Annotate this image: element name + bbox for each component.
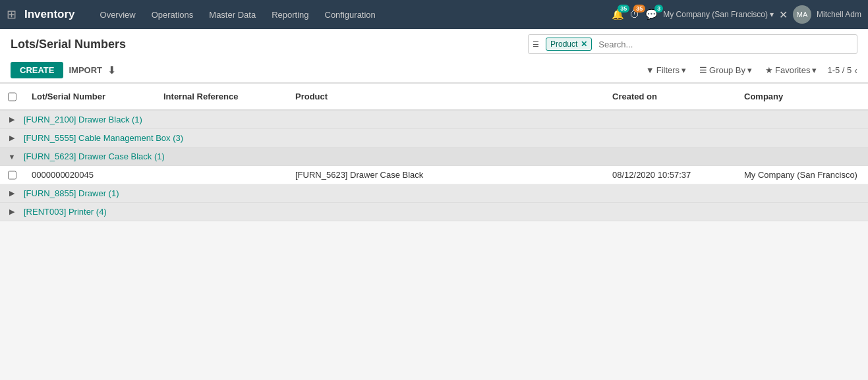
pagination: 1-5 / 5 ‹ <box>827 65 857 76</box>
group-row[interactable]: ▶ [FURN_2100] Drawer Black (1) <box>0 111 868 129</box>
cell-created-on: 08/12/2020 10:57:37 <box>604 166 736 184</box>
group-label-text: [FURN_2100] Drawer Black (1) <box>24 115 142 124</box>
col-lot-serial: Lot/Serial Number <box>24 89 156 104</box>
close-icon[interactable]: ✕ <box>779 9 788 21</box>
favorites-label: Favorites <box>775 65 810 75</box>
create-button[interactable]: CREATE <box>11 62 63 78</box>
search-bar: ☰ Product ✕ <box>528 34 857 54</box>
menu-master-data[interactable]: Master Data <box>202 7 262 22</box>
group-expand-icon: ▶ <box>0 133 24 143</box>
import-button[interactable]: IMPORT <box>69 65 102 75</box>
star-icon: ★ <box>765 65 773 75</box>
table-header: Lot/Serial Number Internal Reference Pro… <box>0 84 868 111</box>
select-all-checkbox[interactable] <box>0 89 24 104</box>
menu-overview[interactable]: Overview <box>94 7 142 22</box>
groupby-icon: ☰ <box>699 65 707 75</box>
groupby-dropdown-icon: ▾ <box>747 65 752 75</box>
group-label: [FURN_5623] Drawer Case Black (1) <box>24 151 868 161</box>
company-name: My Company (San Francisco) <box>663 10 768 19</box>
group-label: [RENT003] Printer (4) <box>24 207 868 217</box>
filters-button[interactable]: ▼ Filters ▾ <box>641 63 691 78</box>
notification-badge: 35 <box>618 5 629 13</box>
group-row[interactable]: ▶ [FURN_8855] Drawer (1) <box>0 184 868 203</box>
menu-operations[interactable]: Operations <box>145 7 200 22</box>
col-company: Company <box>736 89 868 104</box>
page-header: Lots/Serial Numbers ☰ Product ✕ CREATE I… <box>0 29 868 83</box>
company-selector[interactable]: My Company (San Francisco) ▾ <box>663 10 774 19</box>
row-checkbox[interactable] <box>0 166 24 184</box>
filter-tag-remove[interactable]: ✕ <box>581 40 587 49</box>
group-label: [FURN_5555] Cable Management Box (3) <box>24 133 868 143</box>
cell-product: [FURN_5623] Drawer Case Black <box>287 166 604 184</box>
group-label: [FURN_2100] Drawer Black (1) <box>24 115 868 124</box>
group-label-text: [RENT003] Printer (4) <box>24 207 107 217</box>
row-select-input[interactable] <box>8 171 16 180</box>
filter-icon: ▼ <box>646 65 654 75</box>
filter-group: ▼ Filters ▾ ☰ Group By ▾ ★ Favorites ▾ <box>641 63 823 78</box>
timer-badge: 35 <box>633 5 645 13</box>
username: Mitchell Adm <box>817 10 861 19</box>
data-table: Lot/Serial Number Internal Reference Pro… <box>0 83 868 221</box>
cell-internal-ref <box>156 166 287 184</box>
groupby-button[interactable]: ☰ Group By ▾ <box>694 63 757 78</box>
group-label-text: [FURN_5623] Drawer Case Black (1) <box>24 151 165 161</box>
group-expand-icon: ▶ <box>0 207 24 217</box>
filters-label: Filters <box>656 65 680 75</box>
group-label-text: [FURN_8855] Drawer (1) <box>24 188 119 198</box>
cell-company: My Company (San Francisco) <box>736 166 868 184</box>
menu-reporting[interactable]: Reporting <box>265 7 315 22</box>
search-input[interactable] <box>594 40 857 49</box>
cell-lot-serial: 0000000020045 <box>24 166 156 184</box>
search-filter-tag-product: Product ✕ <box>546 38 592 51</box>
group-expand-icon: ▶ <box>0 115 24 124</box>
avatar[interactable]: MA <box>793 5 811 24</box>
main-menu: Overview Operations Master Data Reportin… <box>94 7 607 22</box>
col-product: Product <box>287 89 604 104</box>
menu-configuration[interactable]: Configuration <box>318 7 382 22</box>
notification-bell[interactable]: 🔔 35 <box>612 9 624 20</box>
topnav-right: 🔔 35 ⏱ 35 💬 3 My Company (San Francisco)… <box>612 5 861 24</box>
group-expand-icon: ▶ <box>0 188 24 198</box>
favorites-button[interactable]: ★ Favorites ▾ <box>760 63 822 78</box>
filters-dropdown-icon: ▾ <box>681 65 686 75</box>
message-icon-btn[interactable]: 💬 3 <box>645 9 658 20</box>
grid-icon[interactable]: ⊞ <box>7 7 16 22</box>
pagination-prev[interactable]: ‹ <box>854 65 857 76</box>
group-row-expanded[interactable]: ▼ [FURN_5623] Drawer Case Black (1) <box>0 148 868 166</box>
filter-tag-label: Product <box>550 40 577 49</box>
col-created-on: Created on <box>604 89 736 104</box>
breadcrumb-row: Lots/Serial Numbers ☰ Product ✕ <box>11 34 857 58</box>
page-title: Lots/Serial Numbers <box>11 38 126 51</box>
groupby-label: Group By <box>709 65 745 75</box>
download-button[interactable]: ⬇ <box>107 64 116 76</box>
group-label: [FURN_8855] Drawer (1) <box>24 188 868 198</box>
select-all-input[interactable] <box>8 92 16 101</box>
group-row[interactable]: ▶ [FURN_5555] Cable Management Box (3) <box>0 129 868 148</box>
group-label-text: [FURN_5555] Cable Management Box (3) <box>24 133 183 143</box>
list-view-icon[interactable]: ☰ <box>529 40 543 49</box>
group-row[interactable]: ▶ [RENT003] Printer (4) <box>0 203 868 221</box>
message-badge: 3 <box>654 5 663 13</box>
company-dropdown-icon: ▾ <box>770 10 774 19</box>
app-name: Inventory <box>24 8 75 21</box>
avatar-initials: MA <box>797 11 808 18</box>
group-collapse-icon: ▼ <box>0 151 24 161</box>
favorites-dropdown-icon: ▾ <box>812 65 817 75</box>
col-internal-ref: Internal Reference <box>156 89 287 104</box>
pagination-text: 1-5 / 5 <box>827 65 852 75</box>
clock-icon-btn[interactable]: ⏱ 35 <box>629 9 640 20</box>
toolbar-row: CREATE IMPORT ⬇ ▼ Filters ▾ ☰ Group By ▾… <box>11 58 857 82</box>
table-row: 0000000020045 [FURN_5623] Drawer Case Bl… <box>0 166 868 184</box>
top-navigation: ⊞ Inventory Overview Operations Master D… <box>0 0 868 29</box>
